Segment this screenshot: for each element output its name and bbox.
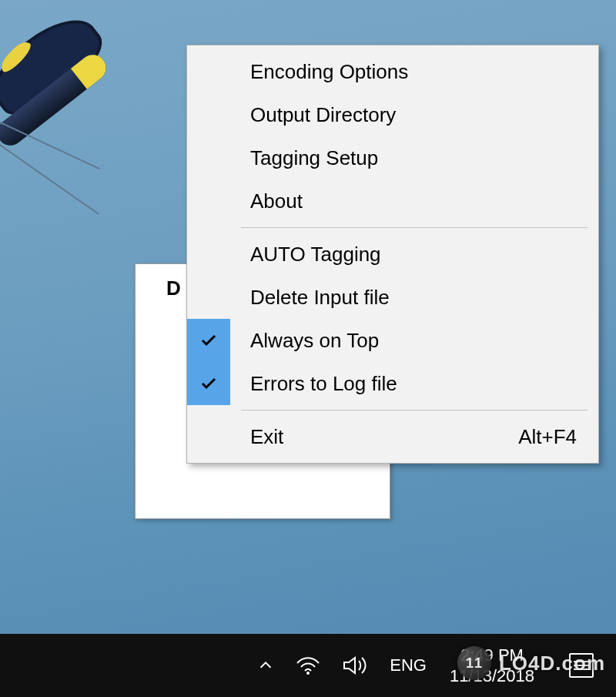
menu-item-delete-input-file[interactable]: Delete Input file bbox=[187, 276, 598, 319]
check-slot bbox=[187, 276, 230, 319]
chevron-up-icon bbox=[257, 657, 274, 674]
menu-item-exit[interactable]: Exit Alt+F4 bbox=[187, 415, 598, 458]
menu-item-label: Encoding Options bbox=[230, 60, 598, 84]
menu-item-label: Tagging Setup bbox=[230, 146, 598, 170]
menu-item-encoding-options[interactable]: Encoding Options bbox=[187, 50, 598, 93]
check-slot bbox=[187, 179, 230, 223]
language-label: ENG bbox=[390, 655, 427, 675]
menu-item-shortcut: Alt+F4 bbox=[518, 425, 598, 449]
menu-item-about[interactable]: About bbox=[187, 179, 598, 223]
check-slot bbox=[187, 93, 230, 136]
svg-point-0 bbox=[306, 672, 310, 675]
check-icon bbox=[187, 362, 230, 405]
check-slot bbox=[187, 136, 230, 179]
action-center-button[interactable] bbox=[547, 634, 616, 697]
wifi-icon bbox=[296, 655, 320, 675]
menu-item-always-on-top[interactable]: Always on Top bbox=[187, 319, 598, 362]
clock-time: 2:49 PM bbox=[460, 645, 524, 666]
menu-item-label: Delete Input file bbox=[230, 286, 598, 310]
context-menu: Encoding Options Output Directory Taggin… bbox=[186, 45, 599, 464]
taskbar: ENG 2:49 PM 11/13/2018 bbox=[0, 634, 616, 697]
menu-item-tagging-setup[interactable]: Tagging Setup bbox=[187, 136, 598, 179]
check-icon bbox=[187, 319, 230, 362]
tray-overflow-button[interactable] bbox=[246, 634, 285, 697]
menu-item-label: AUTO Tagging bbox=[230, 243, 598, 266]
app-window-title: D bbox=[166, 276, 181, 300]
clock-date: 11/13/2018 bbox=[450, 665, 534, 687]
menu-item-errors-to-log-file[interactable]: Errors to Log file bbox=[187, 362, 598, 405]
menu-item-label: Exit bbox=[230, 425, 518, 449]
wallpaper-kite bbox=[0, 19, 154, 219]
check-slot bbox=[187, 50, 230, 93]
menu-item-label: Output Directory bbox=[230, 103, 598, 127]
check-slot bbox=[187, 233, 230, 276]
menu-item-label: About bbox=[230, 189, 598, 213]
menu-item-label: Always on Top bbox=[230, 329, 598, 353]
volume-icon bbox=[342, 655, 368, 676]
menu-separator bbox=[241, 227, 588, 228]
menu-item-label: Errors to Log file bbox=[230, 372, 598, 396]
menu-item-output-directory[interactable]: Output Directory bbox=[187, 93, 598, 136]
language-button[interactable]: ENG bbox=[379, 634, 437, 697]
wifi-button[interactable] bbox=[285, 634, 331, 697]
notifications-icon bbox=[569, 653, 594, 678]
clock-button[interactable]: 2:49 PM 11/13/2018 bbox=[437, 634, 547, 697]
menu-item-auto-tagging[interactable]: AUTO Tagging bbox=[187, 233, 598, 276]
desktop: D Encoding Options Output Directory Tagg… bbox=[0, 0, 616, 697]
menu-separator bbox=[241, 410, 588, 410]
volume-button[interactable] bbox=[331, 634, 379, 697]
check-slot bbox=[187, 415, 230, 458]
